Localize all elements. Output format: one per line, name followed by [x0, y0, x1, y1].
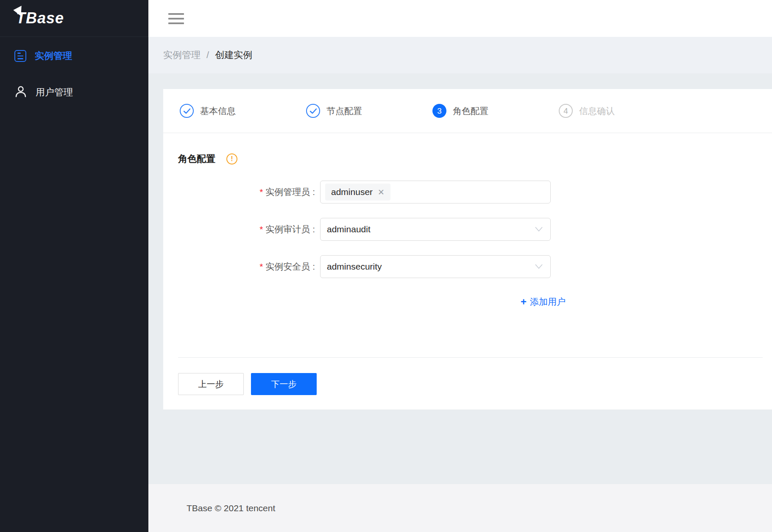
step-node-config[interactable]: 节点配置 — [306, 104, 432, 118]
breadcrumb-current: 创建实例 — [215, 49, 252, 61]
wizard-stepper: 基本信息 节点配置 3 角色配置 4 信息确认 — [180, 89, 772, 133]
field-label: *实例审计员 : — [163, 223, 320, 235]
tag-value: adminuser — [331, 187, 373, 197]
page-footer: TBase © 2021 tencent — [148, 484, 772, 532]
field-label: *实例管理员 : — [163, 186, 320, 198]
required-asterisk: * — [259, 262, 263, 271]
previous-step-button[interactable]: 上一步 — [178, 373, 244, 395]
wizard-actions: 上一步 下一步 — [178, 373, 317, 395]
instance-security-select[interactable]: adminsecurity — [320, 255, 551, 278]
select-value: adminaudit — [327, 224, 371, 234]
required-asterisk: * — [259, 187, 263, 197]
step-label: 基本信息 — [200, 105, 236, 117]
step-label: 角色配置 — [453, 105, 488, 117]
logo-row: TBase — [0, 0, 148, 37]
step-label: 信息确认 — [579, 105, 615, 117]
required-asterisk: * — [259, 224, 263, 234]
sidebar: TBase 实例管理 用户管理 — [0, 0, 148, 532]
next-step-button[interactable]: 下一步 — [251, 373, 317, 395]
chevron-down-icon — [535, 264, 543, 269]
step-number-badge: 4 — [559, 104, 573, 118]
main-area: 实例管理 / 创建实例 基本信息 — [148, 0, 772, 532]
tbase-logo: TBase — [16, 11, 64, 26]
sidebar-item-instance-management[interactable]: 实例管理 — [0, 44, 148, 68]
add-user-label: 添加用户 — [530, 297, 566, 306]
user-icon — [14, 85, 27, 100]
chevron-down-icon — [535, 227, 543, 232]
add-user-link[interactable]: +添加用户 — [335, 296, 566, 308]
sidebar-item-user-management[interactable]: 用户管理 — [0, 80, 148, 105]
form-row-instance-admin: *实例管理员 : adminuser ✕ — [163, 181, 551, 203]
selected-user-tag[interactable]: adminuser ✕ — [325, 184, 390, 201]
sidebar-menu: 实例管理 用户管理 — [0, 44, 148, 105]
step-done-check-icon — [180, 104, 194, 118]
step-number-badge: 3 — [432, 104, 446, 118]
copyright-text: TBase © 2021 tencent — [187, 503, 275, 513]
breadcrumb-parent-link[interactable]: 实例管理 — [163, 49, 201, 61]
instance-admin-input[interactable]: adminuser ✕ — [320, 181, 551, 203]
instance-auditor-select[interactable]: adminaudit — [320, 218, 551, 241]
section-title: 角色配置 — [178, 153, 215, 165]
select-value: adminsecurity — [327, 262, 382, 272]
sidebar-item-label: 用户管理 — [36, 86, 73, 99]
plus-icon: + — [521, 296, 527, 307]
step-role-config[interactable]: 3 角色配置 — [432, 104, 559, 118]
field-label: *实例安全员 : — [163, 261, 320, 273]
form-row-instance-security: *实例安全员 : adminsecurity — [163, 255, 551, 278]
actions-divider — [178, 357, 763, 358]
breadcrumb-separator: / — [206, 50, 209, 61]
warning-info-icon[interactable]: ! — [226, 153, 237, 164]
step-basic-info[interactable]: 基本信息 — [180, 104, 306, 118]
create-instance-card: 基本信息 节点配置 3 角色配置 4 信息确认 — [163, 89, 772, 409]
step-label: 节点配置 — [326, 105, 362, 117]
breadcrumb: 实例管理 / 创建实例 — [148, 37, 772, 73]
section-header: 角色配置 ! — [178, 153, 237, 165]
list-icon — [14, 50, 26, 62]
step-done-check-icon — [306, 104, 320, 118]
stepper-divider — [163, 133, 772, 133]
step-info-confirm: 4 信息确认 — [559, 104, 685, 118]
sidebar-item-label: 实例管理 — [35, 50, 72, 62]
form-row-instance-auditor: *实例审计员 : adminaudit — [163, 218, 551, 241]
top-bar — [148, 0, 772, 37]
tag-remove-icon[interactable]: ✕ — [378, 187, 385, 197]
hamburger-menu-icon[interactable] — [168, 13, 184, 24]
content-area: 基本信息 节点配置 3 角色配置 4 信息确认 — [148, 73, 772, 484]
